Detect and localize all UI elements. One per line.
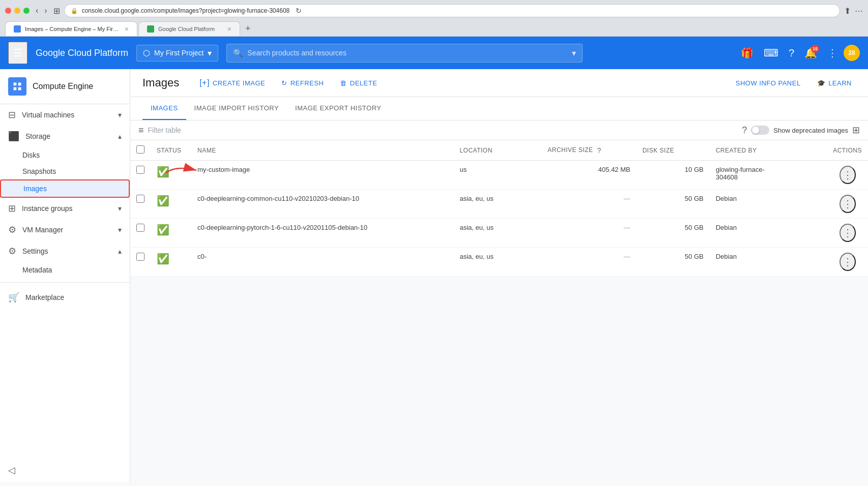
svg-rect-3 [14, 87, 17, 90]
search-input[interactable] [247, 49, 568, 57]
tab-2[interactable]: Google Cloud Platform × [138, 21, 240, 36]
avatar[interactable]: 28 [844, 45, 860, 61]
status-check-icon-2: ✅ [157, 195, 169, 206]
sidebar-label-snapshots: Snapshots [22, 167, 56, 175]
tab-images[interactable]: IMAGES [142, 97, 186, 120]
gift-button[interactable]: 🎁 [737, 43, 758, 63]
sidebar-item-instance-groups[interactable]: ⊞ Instance groups ▾ [0, 198, 130, 219]
minimize-window-button[interactable] [14, 8, 20, 14]
sidebar-header-title: Compute Engine [33, 82, 93, 91]
header-location: Location [453, 140, 541, 161]
archive-size-help-icon[interactable]: ? [597, 146, 601, 155]
create-label: CREATE IMAGE [213, 79, 265, 87]
row-2-checkbox[interactable] [136, 195, 144, 203]
deprecated-toggle[interactable] [751, 126, 769, 135]
row-3-name: c0-deeplearning-pytorch-1-6-cu110-v20201… [191, 219, 453, 248]
row-3-created: Debian [710, 219, 827, 248]
row-1-checkbox[interactable] [136, 166, 144, 174]
tab-1[interactable]: Images – Compute Engine – My First Proje… [5, 21, 137, 36]
tab-2-close[interactable]: × [227, 25, 232, 33]
search-bar[interactable]: 🔍 ▾ [226, 44, 583, 63]
sidebar-item-storage[interactable]: ⬛ Storage ▴ [0, 126, 130, 147]
vm-manager-expand-icon: ▾ [118, 226, 122, 234]
sidebar-item-snapshots[interactable]: Snapshots [0, 163, 130, 179]
refresh-button[interactable]: ↻ REFRESH [277, 76, 328, 90]
row-3-more-actions[interactable]: ⋮ [840, 224, 856, 242]
more-options-button[interactable]: ⋮ [823, 43, 842, 63]
status-check-icon-3: ✅ [157, 224, 169, 235]
tab-layout-button[interactable]: ⊞ [53, 6, 60, 16]
sidebar-item-images[interactable]: Images [0, 179, 130, 198]
status-check-icon-4: ✅ [157, 253, 169, 264]
sidebar-item-settings[interactable]: ⚙ Settings ▴ [0, 240, 130, 262]
hamburger-menu[interactable]: ☰ [8, 42, 27, 64]
sidebar-item-marketplace[interactable]: 🛒 Marketplace [0, 287, 130, 308]
create-image-button[interactable]: [+] CREATE IMAGE [195, 75, 269, 90]
grid-view-icon[interactable]: ⊞ [852, 125, 860, 136]
toggle-label: Show deprecated images [773, 127, 848, 134]
row-1-more-actions[interactable]: ⋮ [840, 166, 856, 184]
reload-button[interactable]: ↻ [296, 7, 302, 15]
project-selector[interactable]: ⬡ My First Project ▾ [136, 45, 218, 62]
archive-size-col-label: Archive size [547, 146, 593, 154]
cloud-shell-button[interactable]: ⌨ [760, 43, 783, 63]
select-all-checkbox[interactable] [136, 145, 144, 154]
sidebar-divider [0, 282, 130, 283]
sidebar-item-vm-manager[interactable]: ⚙ VM Manager ▾ [0, 219, 130, 240]
table-wrapper: Status Name Location Archive size [130, 140, 868, 277]
forward-button[interactable]: › [42, 5, 49, 16]
header-actions-col: Actions [827, 140, 868, 161]
row-checkbox-cell-4 [130, 248, 151, 277]
row-2-status: ✅ [151, 190, 191, 219]
row-1-name-text: my-custom-image [197, 166, 250, 173]
browser-chrome: ‹ › ⊞ 🔒 console.cloud.google.com/compute… [0, 0, 868, 37]
sidebar-item-disks[interactable]: Disks [0, 147, 130, 163]
learn-icon: 🎓 [817, 79, 826, 87]
vm-manager-icon: ⚙ [8, 224, 16, 235]
row-1-name: my-custom-image [191, 161, 453, 190]
location-col-label: Location [459, 147, 492, 154]
row-2-name: c0-deeplearning-common-cu110-v20210203-d… [191, 190, 453, 219]
close-window-button[interactable] [5, 8, 11, 14]
learn-button[interactable]: 🎓 LEARN [813, 76, 856, 90]
learn-label: LEARN [828, 79, 852, 87]
url-text: console.cloud.google.com/compute/images?… [82, 7, 290, 14]
new-tab-button[interactable]: + [241, 21, 255, 36]
show-info-button[interactable]: SHOW INFO PANEL [732, 76, 805, 90]
fullscreen-window-button[interactable] [23, 8, 30, 14]
help-icon[interactable]: ? [742, 125, 747, 136]
row-3-checkbox[interactable] [136, 224, 144, 232]
sidebar-item-virtual-machines[interactable]: ⊟ Virtual machines ▾ [0, 104, 130, 126]
more-button[interactable]: ⋯ [855, 6, 863, 16]
help-button[interactable]: ? [785, 43, 798, 63]
tab-import-history[interactable]: IMAGE IMPORT HISTORY [186, 97, 287, 120]
back-button[interactable]: ‹ [34, 5, 40, 16]
tab-export-history[interactable]: IMAGE EXPORT HISTORY [287, 97, 389, 120]
show-info-label: SHOW INFO PANEL [736, 79, 801, 87]
main-layout: Compute Engine ⊟ Virtual machines ▾ ⬛ St… [0, 69, 868, 482]
tab-favicon-2 [147, 25, 154, 33]
page-header: Images [+] CREATE IMAGE ↻ REFRESH 🗑 DELE… [130, 69, 868, 97]
lock-icon: 🔒 [71, 8, 78, 14]
sidebar-collapse-button[interactable]: ◁ [8, 465, 15, 476]
row-4-more-actions[interactable]: ⋮ [840, 253, 856, 271]
row-1-status: ✅ [151, 161, 191, 190]
share-button[interactable]: ⬆ [844, 6, 851, 16]
tab-1-close[interactable]: × [125, 25, 129, 33]
row-4-disk: 50 GB [636, 248, 710, 277]
sidebar-label-images: Images [23, 185, 47, 193]
row-checkbox-cell-1 [130, 161, 151, 190]
notification-container: 🔔 15 [800, 43, 821, 63]
row-4-checkbox[interactable] [136, 253, 144, 261]
row-1-created: glowing-furnace-304608 [710, 161, 827, 190]
row-1-disk: 10 GB [636, 161, 710, 190]
address-bar[interactable]: 🔒 console.cloud.google.com/compute/image… [64, 4, 840, 17]
engine-icon [8, 77, 26, 96]
sidebar-item-metadata[interactable]: Metadata [0, 262, 130, 278]
archive-dash-3: — [624, 224, 630, 231]
row-2-more-actions[interactable]: ⋮ [840, 195, 856, 213]
browser-tabs: Images – Compute Engine – My First Proje… [5, 21, 863, 36]
delete-button[interactable]: 🗑 DELETE [336, 76, 381, 90]
disk-size-col-label: Disk size [643, 147, 675, 154]
filter-input[interactable] [148, 126, 738, 134]
